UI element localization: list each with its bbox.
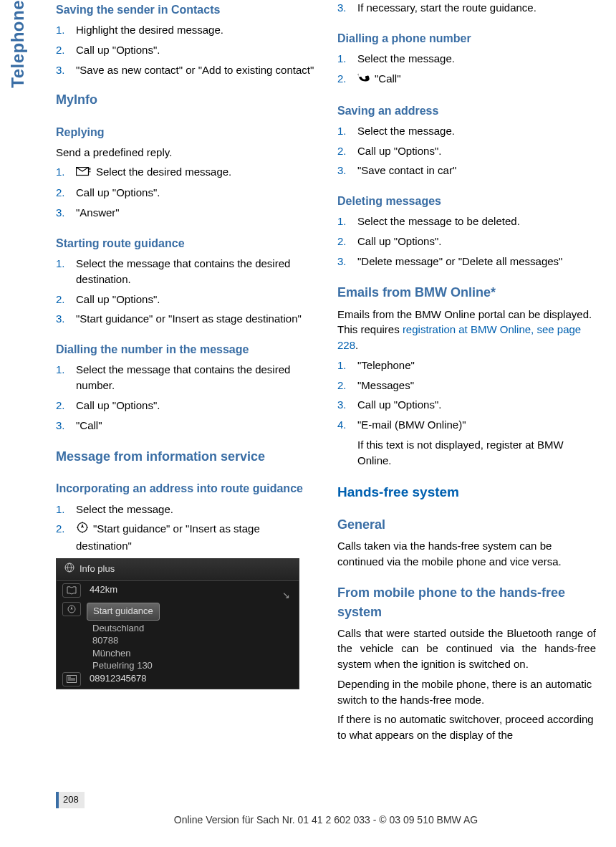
idrive-screenshot: Info plus ↘ 442km Start guidance Deutsch…	[56, 558, 299, 689]
emails-note: If this text is not displayed, register …	[337, 437, 596, 469]
right-column: If necessary, start the route guidance. …	[337, 0, 596, 747]
list-item: "Call"	[56, 418, 314, 434]
heading-incorporate-address: Incorporating an address into route guid…	[56, 480, 314, 497]
list-dialphone: Select the message. "Call"	[337, 51, 596, 88]
list-item: Select the message.	[56, 502, 314, 517]
list-item: "Start guidance" or "Insert as stage des…	[56, 311, 314, 327]
list-item: Select the desired message.	[56, 164, 314, 181]
list-item: If necessary, start the route guidance.	[337, 0, 596, 16]
list-saving-sender: Highlight the desired message. Call up "…	[56, 22, 314, 77]
heading-deleting-messages: Deleting messages	[337, 193, 596, 209]
frommobile-p3: If there is no automatic switchover, pro…	[337, 712, 596, 743]
list-route: Select the message that contains the des…	[56, 256, 314, 327]
heading-general: General	[337, 515, 596, 534]
list-item: Call up "Options".	[56, 185, 314, 201]
ss-city: München	[57, 647, 299, 660]
list-item: "Start guidance" or "Insert as stage des…	[56, 521, 314, 554]
list-item: "Messages"	[337, 378, 596, 393]
list-item: "E-mail (BMW Online)"	[337, 417, 596, 433]
heading-dial-number: Dialling the number in the message	[56, 341, 314, 358]
heading-starting-route: Starting route guidance	[56, 235, 314, 252]
ss-country: Deutschland	[57, 622, 299, 635]
list-continued: If necessary, start the route guidance.	[337, 0, 596, 16]
list-item: Select the message.	[337, 123, 596, 139]
globe-icon	[64, 562, 75, 578]
message-icon	[76, 166, 92, 181]
list-text: "Call"	[375, 72, 401, 85]
list-text: Select the desired message.	[96, 166, 231, 178]
replying-intro: Send a predefined reply.	[56, 145, 314, 161]
footer-text: Online Version für Sach Nr. 01 41 2 602 …	[56, 813, 596, 827]
ss-row-phone: 08912345678	[57, 672, 299, 689]
list-item: Call up "Options".	[56, 42, 314, 58]
list-item: "Delete message" or "Delete all messages…	[337, 254, 596, 269]
left-column: Saving the sender in Contacts Highlight …	[56, 0, 314, 747]
heading-myinfo: MyInfo	[56, 90, 314, 109]
svg-marker-13	[71, 606, 73, 610]
ss-distance: 442km	[90, 583, 117, 597]
card-icon	[62, 672, 81, 686]
nav-icon	[76, 521, 89, 538]
ss-zip: 80788	[57, 634, 299, 647]
compass-icon	[62, 602, 81, 616]
list-saveaddr: Select the message. Call up "Options". "…	[337, 123, 596, 178]
list-item: Highlight the desired message.	[56, 22, 314, 38]
list-delmsg: Select the message to be deleted. Call u…	[337, 214, 596, 269]
side-tab-telephone: Telephone	[6, 0, 31, 88]
list-replying: Select the desired message. Call up "Opt…	[56, 164, 314, 220]
heading-dial-phone: Dialling a phone number	[337, 30, 596, 47]
heading-from-mobile: From mobile phone to the hands-free syst…	[337, 583, 596, 621]
heading-replying: Replying	[56, 124, 314, 140]
ss-header: Info plus	[57, 559, 299, 581]
emails-intro: Emails from the BMW Online portal can be…	[337, 307, 596, 353]
ss-row-nav	[57, 600, 299, 618]
list-item: Select the message to be deleted.	[337, 214, 596, 229]
list-emails: "Telephone" "Messages" Call up "Options"…	[337, 358, 596, 433]
ss-title: Info plus	[80, 563, 115, 576]
page-number: 208	[56, 792, 85, 808]
frommobile-p1: Calls that were started outside the Blue…	[337, 626, 596, 672]
list-item: Call up "Options".	[337, 234, 596, 249]
heading-saving-sender: Saving the sender in Contacts	[56, 1, 314, 18]
list-dialnum: Select the message that contains the des…	[56, 362, 314, 433]
list-item: Select the message that contains the des…	[56, 362, 314, 393]
ss-phone: 08912345678	[90, 672, 147, 686]
list-item: "Save as new contact" or "Add to existin…	[56, 62, 314, 78]
list-item: "Telephone"	[337, 358, 596, 373]
heading-hands-free: Hands-free system	[337, 482, 596, 502]
general-text: Calls taken via the hands-free system ca…	[337, 538, 596, 570]
heading-emails-bmw: Emails from BMW Online*	[337, 283, 596, 302]
list-item: Call up "Options".	[337, 143, 596, 159]
ss-row-distance: 442km	[57, 581, 299, 600]
phone-icon	[357, 71, 370, 88]
ss-street: Petuelring 130	[57, 659, 299, 672]
list-item: Call up "Options".	[56, 292, 314, 307]
page-body: Saving the sender in Contacts Highlight …	[0, 0, 616, 747]
list-incorporate: Select the message. "Start guidance" or …	[56, 502, 314, 554]
list-item: "Call"	[337, 71, 596, 88]
book-icon	[62, 583, 81, 598]
svg-marker-4	[81, 524, 84, 528]
heading-info-service: Message from information service	[56, 447, 314, 466]
emails-intro-period: .	[355, 339, 358, 351]
list-item: Select the message that contains the des…	[56, 256, 314, 287]
list-item: "Answer"	[56, 205, 314, 221]
page-footer: 208 Online Version für Sach Nr. 01 41 2 …	[56, 791, 596, 827]
list-item: Call up "Options".	[56, 398, 314, 413]
list-item: Select the message.	[337, 51, 596, 67]
svg-point-2	[90, 171, 91, 172]
frommobile-p2: Depending in the mobile phone, there is …	[337, 676, 596, 708]
list-item: "Save contact in car"	[337, 163, 596, 178]
list-item: Call up "Options".	[337, 397, 596, 413]
heading-save-address: Saving an address	[337, 102, 596, 119]
list-text: "Start guidance" or "Insert as stage des…	[76, 522, 260, 552]
